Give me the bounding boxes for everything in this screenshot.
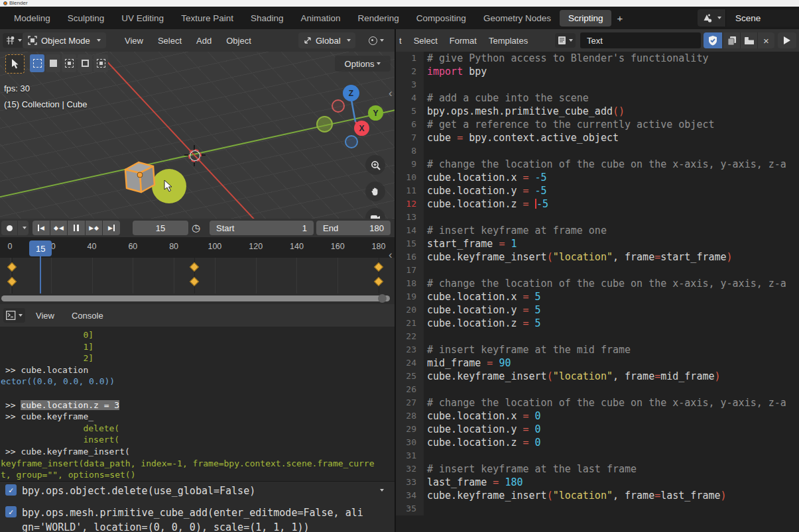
text-name-field[interactable]: Text xyxy=(580,32,701,48)
info-row-checkbox[interactable]: ✓ xyxy=(5,484,17,496)
tab-modeling[interactable]: Modeling xyxy=(5,10,59,27)
keyframe-diamond[interactable] xyxy=(7,277,17,286)
text-editor-menu-t[interactable]: t xyxy=(399,36,402,46)
code-line: 8 xyxy=(396,144,799,158)
jump-to-start-button[interactable]: ◀ xyxy=(32,221,50,235)
code-line: 3 xyxy=(396,78,799,91)
region-collapse-arrow[interactable]: ‹ xyxy=(389,252,393,258)
code-line: 25cube.keyframe_insert("location", frame… xyxy=(396,370,799,383)
text-editor-menu-select[interactable]: Select xyxy=(414,36,438,46)
mode-dropdown[interactable]: Object Mode xyxy=(23,32,106,48)
scene-selector-button[interactable] xyxy=(698,9,725,27)
text-actions-group: × xyxy=(723,32,774,48)
viewport-menu-object[interactable]: Object xyxy=(226,36,251,46)
playhead[interactable]: 15 xyxy=(29,240,52,256)
select-subtract-tool-button[interactable] xyxy=(62,54,76,72)
gizmo-x-ball[interactable]: X xyxy=(354,121,369,136)
timeline-scrollbar[interactable] xyxy=(1,295,390,301)
viewport-canvas[interactable]: Z Y X fps: 30 (15) Collection | Cube Opt… xyxy=(0,29,395,219)
options-dropdown[interactable]: Options xyxy=(335,56,391,72)
next-keyframe-button[interactable]: ▶◆ xyxy=(86,221,103,235)
tab-scripting[interactable]: Scripting xyxy=(560,10,612,27)
new-workspace-button[interactable]: + xyxy=(611,9,628,27)
gizmo-z-ball[interactable]: Z xyxy=(343,85,359,101)
code-text: # change the location of the cube on the… xyxy=(424,277,786,290)
console-menu-console[interactable]: Console xyxy=(72,311,103,321)
tab-texture-paint[interactable]: Texture Paint xyxy=(172,10,242,27)
pan-button[interactable] xyxy=(365,182,385,201)
tab-sculpting[interactable]: Sculpting xyxy=(59,10,113,27)
region-collapse-arrow[interactable]: ‹ xyxy=(389,90,393,97)
console-editor-type-button[interactable] xyxy=(3,308,25,323)
fake-user-button[interactable] xyxy=(704,32,722,48)
jump-to-end-button[interactable]: ▶ xyxy=(103,221,120,235)
viewport-3d[interactable]: Z Y X fps: 30 (15) Collection | Cube Opt… xyxy=(0,29,395,219)
gizmo-y-label: Y xyxy=(373,109,378,118)
frame-start-field[interactable]: Start 1 xyxy=(210,221,314,235)
auto-keying-dropdown[interactable] xyxy=(18,221,29,235)
code-area[interactable]: 1# give Python access to Blender's funct… xyxy=(396,52,799,532)
unlink-text-button[interactable]: × xyxy=(758,32,774,48)
text-editor-menu-format[interactable]: Format xyxy=(450,36,477,46)
line-number: 8 xyxy=(396,144,424,158)
line-number: 30 xyxy=(396,436,424,449)
tab-rendering[interactable]: Rendering xyxy=(349,10,408,27)
timeline-header: ◀ ◆◀ ▶◆ ▶ 15 ◷ Start 1 End 180 xyxy=(0,219,395,237)
prev-keyframe-button[interactable]: ◆◀ xyxy=(50,221,68,235)
select-mode-buttons xyxy=(30,54,108,74)
keyframe-diamond[interactable] xyxy=(374,277,383,286)
keyframe-diamond[interactable] xyxy=(7,262,17,272)
select-intersect-tool-button[interactable] xyxy=(93,54,108,72)
console-text: t, group="", options=set() xyxy=(1,470,136,480)
frame-end-field[interactable]: End 180 xyxy=(316,221,391,235)
line-number: 18 xyxy=(396,277,424,290)
info-row-checkbox[interactable]: ✓ xyxy=(5,506,17,517)
tab-uv-editing[interactable]: UV Editing xyxy=(113,10,172,27)
python-console[interactable]: ViewConsole 0] 1] 2]>> cube.locationecto… xyxy=(0,304,395,481)
tab-shading[interactable]: Shading xyxy=(242,10,292,27)
viewport-menu-add[interactable]: Add xyxy=(196,36,212,46)
pause-button[interactable] xyxy=(68,221,85,235)
keyframe-diamond[interactable] xyxy=(374,262,383,272)
keyframe-diamond[interactable] xyxy=(190,277,199,286)
current-frame-field[interactable]: 15 xyxy=(133,221,188,235)
gizmo-neg-x-ball[interactable] xyxy=(332,99,345,113)
select-tool-button[interactable] xyxy=(5,54,25,74)
console-menu-view[interactable]: View xyxy=(36,311,54,321)
gizmo-neg-y-ball[interactable] xyxy=(316,116,333,133)
new-text-button[interactable] xyxy=(723,32,741,48)
open-text-button[interactable] xyxy=(741,32,758,48)
proportional-editing-button[interactable] xyxy=(369,32,384,48)
tab-compositing[interactable]: Compositing xyxy=(408,10,475,27)
select-extend-tool-button[interactable] xyxy=(46,54,60,72)
info-log[interactable]: ✓bpy.ops.object.delete(use_global=False)… xyxy=(0,481,395,532)
editor-type-button[interactable] xyxy=(3,33,25,48)
text-editor-menu-templates[interactable]: Templates xyxy=(489,36,528,46)
code-line: 23# insert keyframe at the mid frame xyxy=(396,343,799,356)
timeline[interactable]: ◀ ◆◀ ▶◆ ▶ 15 ◷ Start 1 End 180 020406080… xyxy=(0,219,395,304)
viewport-menu-select[interactable]: Select xyxy=(158,36,182,46)
tab-geometry-nodes[interactable]: Geometry Nodes xyxy=(475,10,560,27)
transform-orientation-dropdown[interactable]: Global xyxy=(298,32,355,48)
chevron-down-icon[interactable] xyxy=(380,489,384,492)
cube-object[interactable] xyxy=(122,158,159,197)
text-editor[interactable]: tSelectFormatTemplates Text × xyxy=(396,29,799,532)
gizmo-neg-z-ball[interactable] xyxy=(345,135,358,148)
select-difference-tool-button[interactable] xyxy=(78,54,92,72)
viewport-menu-view[interactable]: View xyxy=(125,36,143,46)
text-datablock-button[interactable] xyxy=(555,33,576,48)
timeline-ruler[interactable]: 020406080100120140160180 xyxy=(0,237,395,258)
auto-keying-button[interactable] xyxy=(1,221,17,235)
tab-animation[interactable]: Animation xyxy=(292,10,349,27)
run-script-button[interactable] xyxy=(778,32,796,48)
ruler-label-100: 100 xyxy=(208,242,221,251)
console-lines[interactable]: 0] 1] 2]>> cube.locationector((0.0, 0.0,… xyxy=(0,329,395,481)
zoom-button[interactable] xyxy=(365,155,385,175)
scene-name-field[interactable]: Scene xyxy=(725,9,799,27)
chevron-down-icon xyxy=(19,314,23,317)
timeline-tracks[interactable] xyxy=(0,258,395,293)
gizmo-y-ball[interactable]: Y xyxy=(368,105,383,121)
select-box-tool-button[interactable] xyxy=(30,54,44,72)
keyframe-diamond[interactable] xyxy=(190,262,199,272)
code-text: cube.keyframe_insert("location", frame=s… xyxy=(424,250,733,264)
